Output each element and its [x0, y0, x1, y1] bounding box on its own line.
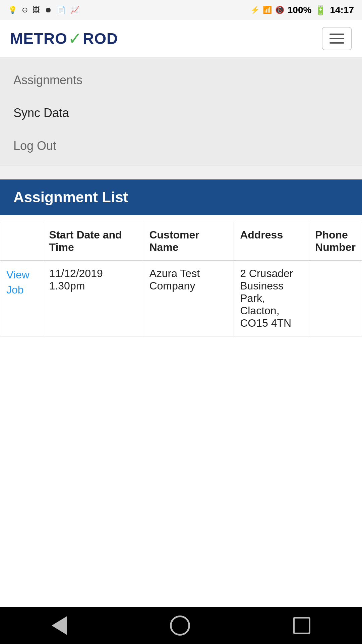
status-icons-left: 💡 ⊖ 🖼 ⏺ 📄 📈 — [8, 6, 79, 14]
minus-icon: ⊖ — [22, 6, 28, 14]
signal-off-icon: 📵 — [275, 6, 284, 14]
wifi-icon: 📶 — [263, 6, 272, 14]
table-cell-start-date: 11/12/2019 1.30pm — [43, 261, 143, 336]
logo-rod: ROD — [83, 30, 118, 48]
image-icon: 🖼 — [33, 6, 40, 14]
assignment-list-title: Assignment List — [13, 189, 128, 205]
col-header-start-date: Start Date and Time — [43, 222, 143, 261]
table-cell-phone — [309, 261, 362, 336]
record-icon: ⏺ — [45, 6, 52, 14]
logo-arrow-icon: ✓ — [68, 29, 82, 48]
recent-apps-square-icon — [293, 617, 310, 634]
hamburger-line-2 — [329, 38, 344, 39]
battery-percent: 100% — [288, 5, 312, 15]
status-icons-right: ⚡ 📶 📵 100% 🔋 14:17 — [250, 5, 354, 16]
col-header-customer-name: Customer Name — [143, 222, 234, 261]
bottom-nav-bar — [0, 607, 362, 644]
nav-item-sync-data[interactable]: Sync Data — [0, 97, 362, 129]
doc-icon: 📄 — [57, 6, 66, 14]
bulb-icon: 💡 — [8, 6, 17, 14]
home-circle-icon — [170, 615, 190, 636]
status-bar: 💡 ⊖ 🖼 ⏺ 📄 📈 ⚡ 📶 📵 100% 🔋 14:17 — [0, 0, 362, 20]
section-gap — [0, 166, 362, 179]
table-cell-address: 2 Crusader Business Park, Clacton, CO15 … — [234, 261, 309, 336]
col-header-phone-number: Phone Number — [309, 222, 362, 261]
hamburger-line-3 — [329, 42, 344, 44]
hamburger-line-1 — [329, 34, 344, 35]
nav-menu: Assignments Sync Data Log Out — [0, 57, 362, 166]
app-header: METRO ✓ ROD — [0, 20, 362, 57]
logo: METRO ✓ ROD — [10, 29, 118, 48]
logo-metro: METRO — [10, 30, 67, 48]
bluetooth-icon: ⚡ — [250, 6, 259, 14]
home-button[interactable] — [170, 615, 190, 636]
nav-item-assignments[interactable]: Assignments — [0, 64, 362, 97]
chart-icon: 📈 — [70, 6, 79, 14]
col-header-action — [0, 222, 43, 261]
assignment-list-container: Assignment List Start Date and Time Cust… — [0, 179, 362, 607]
back-triangle-icon — [52, 616, 67, 635]
table-cell-customer-name: Azura Test Company — [143, 261, 234, 336]
recent-apps-button[interactable] — [293, 617, 310, 634]
battery-icon: 🔋 — [315, 5, 326, 16]
hamburger-menu-button[interactable] — [322, 27, 352, 50]
time-display: 14:17 — [330, 5, 354, 15]
assignment-list-header: Assignment List — [0, 179, 362, 215]
col-header-address: Address — [234, 222, 309, 261]
back-button[interactable] — [52, 616, 67, 635]
assignment-table: Start Date and Time Customer Name Addres… — [0, 222, 362, 336]
table-row: View Job 11/12/2019 1.30pm Azura Test Co… — [0, 261, 362, 336]
table-header-row: Start Date and Time Customer Name Addres… — [0, 222, 362, 261]
view-job-link[interactable]: View Job — [6, 269, 29, 296]
nav-item-logout[interactable]: Log Out — [0, 129, 362, 162]
table-cell-action[interactable]: View Job — [0, 261, 43, 336]
